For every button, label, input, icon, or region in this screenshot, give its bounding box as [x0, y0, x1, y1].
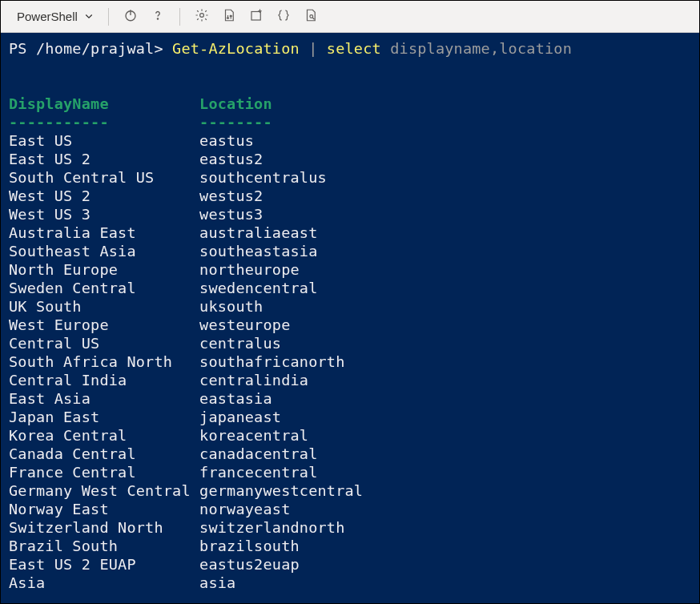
preview-icon	[304, 8, 318, 26]
editor-button[interactable]	[270, 3, 297, 30]
file-transfer-icon	[222, 8, 236, 26]
new-session-button[interactable]	[243, 3, 270, 30]
shell-selector[interactable]: PowerShell	[10, 6, 100, 26]
new-window-icon	[249, 8, 264, 26]
help-button[interactable]	[144, 3, 171, 30]
shell-selector-label: PowerShell	[17, 10, 78, 23]
restart-button[interactable]	[117, 3, 144, 30]
chevron-down-icon	[84, 10, 94, 23]
toolbar-separator	[108, 8, 109, 26]
toolbar-separator	[179, 8, 180, 26]
settings-button[interactable]	[188, 3, 215, 30]
power-icon	[123, 8, 138, 26]
svg-point-3	[199, 13, 203, 17]
help-icon	[151, 8, 165, 26]
gear-icon	[195, 8, 209, 26]
svg-point-5	[310, 14, 313, 18]
web-preview-button[interactable]	[297, 3, 324, 30]
terminal-output[interactable]: PS /home/prajwal> Get-AzLocation | selec…	[1, 33, 699, 603]
svg-rect-4	[251, 11, 260, 20]
cloud-shell-toolbar: PowerShell	[1, 1, 699, 33]
svg-point-2	[157, 18, 158, 18]
upload-download-button[interactable]	[215, 3, 243, 30]
braces-icon	[276, 8, 291, 26]
